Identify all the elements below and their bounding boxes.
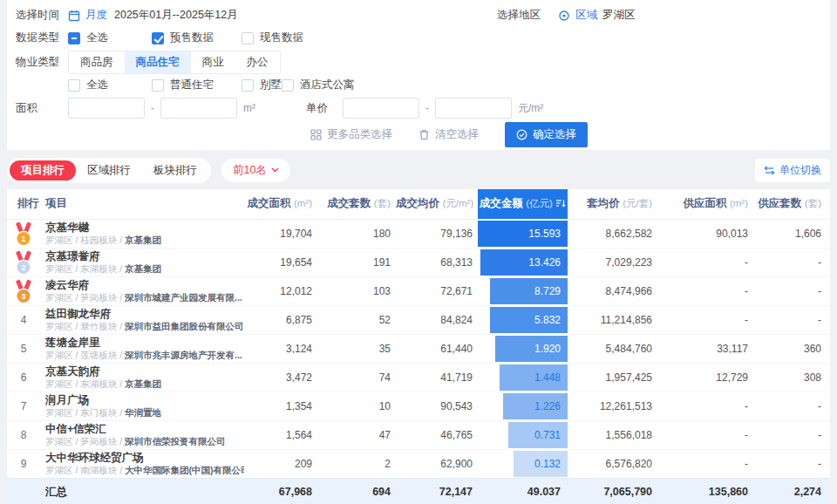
unit-avg-price-cell: 7,029,223 <box>568 248 657 276</box>
checkbox-icon[interactable] <box>68 32 80 44</box>
col-header-deal-avg-price[interactable]: 成交均价 (元/m²) <box>396 189 478 219</box>
property-type-tab[interactable]: 商品房 <box>69 51 125 73</box>
project-name[interactable]: 京基天韵府 <box>45 365 244 378</box>
supply-units-cell: 360 <box>753 334 830 363</box>
project-name[interactable]: 凌云华府 <box>45 279 244 292</box>
deal-units-cell: 10 <box>317 392 396 420</box>
grid-icon <box>310 129 322 140</box>
area-min-input[interactable] <box>68 98 145 119</box>
confirm-selection-button[interactable]: 确定选择 <box>505 122 588 147</box>
project-name[interactable]: 中信+信荣汇 <box>45 423 244 436</box>
region-value[interactable]: 罗湖区 <box>602 8 636 23</box>
summary-unit-avg-price: 7,065,790 <box>568 478 657 504</box>
rank-badge: 2 <box>14 251 33 274</box>
deal-area-cell: 19,654 <box>244 248 317 276</box>
chevron-down-icon <box>271 167 279 173</box>
sub-type-checkbox[interactable]: 别墅 <box>242 78 282 92</box>
property-type-tab[interactable]: 办公 <box>235 51 280 73</box>
more-categories-button[interactable]: 更多品类选择 <box>310 127 392 142</box>
price-min-input[interactable] <box>343 98 419 119</box>
table-row[interactable]: 6 京基天韵府 罗湖区 / 东湖板块 / 京基集团 3,472 74 41,71… <box>7 363 830 392</box>
sub-type-checkbox[interactable]: 全选 <box>68 78 152 92</box>
data-type-checkbox[interactable]: 预售数据 <box>152 31 242 45</box>
project-name[interactable]: 润月广场 <box>45 394 244 407</box>
deal-amount-cell: 13.426 <box>478 248 568 276</box>
ranking-tab[interactable]: 项目排行 <box>10 160 76 180</box>
data-type-checkbox[interactable]: 全选 <box>68 31 152 45</box>
amount-bar: 1.448 <box>500 364 568 391</box>
project-cell: 益田御龙华府 罗湖区 / 翠竹板块 / 深圳市益田集团股份有限公司 <box>45 305 244 334</box>
checkbox-icon[interactable] <box>68 79 80 92</box>
table-row[interactable]: 4 益田御龙华府 罗湖区 / 翠竹板块 / 深圳市益田集团股份有限公司 6,87… <box>7 305 830 334</box>
checkbox-icon[interactable] <box>152 79 164 92</box>
amount-value: 1.920 <box>534 343 561 355</box>
time-mode-selector[interactable]: 月度 <box>68 8 107 23</box>
sub-type-checkbox[interactable]: 普通住宅 <box>152 78 242 92</box>
checkbox-icon[interactable] <box>242 32 254 44</box>
time-mode[interactable]: 月度 <box>85 8 107 23</box>
unit-switch-button[interactable]: 单位切换 <box>755 159 830 182</box>
developer-name: 华润置地 <box>125 407 161 418</box>
deal-units-cell: 180 <box>317 219 396 248</box>
col-header-rank: 排行 <box>7 189 45 219</box>
deal-avg-price-cell: 41,719 <box>396 363 478 392</box>
table-row[interactable]: 5 莲塘金岸里 罗湖区 / 莲塘板块 / 深圳市兆丰源房地产开发有... 3,1… <box>7 334 830 363</box>
time-range[interactable]: 2025年01月--2025年12月 <box>114 8 238 23</box>
table-row[interactable]: 8 中信+信荣汇 罗湖区 / 笋岗板块 / 深圳市信荣投资有限公司 1,564 … <box>7 420 830 449</box>
col-header-deal-amount[interactable]: 成交金额 (亿元) <box>478 189 568 219</box>
table-row[interactable]: 9 大中华环球经贸广场 罗湖区 / 南湖板块 / 大中华国际集团(中国)有限公司… <box>7 449 830 478</box>
deal-area-cell: 1,354 <box>244 392 317 420</box>
col-header-supply-area[interactable]: 供应面积 (m²) <box>657 189 753 219</box>
region-type[interactable]: 区域 <box>575 8 597 23</box>
project-name[interactable]: 京基璟誉府 <box>45 250 244 263</box>
amount-bar: 1.920 <box>495 336 568 362</box>
col-header-unit-avg-price[interactable]: 套均价 (元/套) <box>568 189 657 219</box>
sub-type-checkbox[interactable]: 酒店式公寓 <box>282 78 355 92</box>
summary-label: 汇总 <box>45 478 244 504</box>
project-subtitle: 罗湖区 / 笋岗板块 / 深圳市城建产业园发展有限... <box>45 292 244 303</box>
checkbox-icon[interactable] <box>242 79 254 92</box>
table-row[interactable]: 1 京基华樾 罗湖区 / 桂园板块 / 京基集团 19,704 180 79,1… <box>7 219 830 248</box>
checkbox-icon[interactable] <box>282 79 294 92</box>
developer-name: 深圳市兆丰源房地产开发有... <box>125 350 242 360</box>
project-cell: 凌云华府 罗湖区 / 笋岗板块 / 深圳市城建产业园发展有限... <box>45 276 244 305</box>
deal-area-cell: 12,012 <box>244 276 317 305</box>
rank-cell: 6 <box>7 363 45 392</box>
top-n-dropdown[interactable]: 前10名 <box>221 159 290 182</box>
price-max-input[interactable] <box>435 98 512 119</box>
amount-value: 13.426 <box>528 256 561 269</box>
deal-avg-price-cell: 84,824 <box>396 305 478 334</box>
amount-bar: 8.729 <box>490 278 568 304</box>
unit-avg-price-cell: 12,261,513 <box>568 392 657 420</box>
project-name[interactable]: 京基华樾 <box>45 221 244 235</box>
col-header-deal-area[interactable]: 成交面积 (m²) <box>244 189 317 219</box>
clear-selection-button[interactable]: 清空选择 <box>418 127 479 142</box>
rank-badge: 6 <box>14 366 33 389</box>
col-header-deal-units[interactable]: 成交套数 (套) <box>317 189 396 219</box>
area-max-input[interactable] <box>160 98 237 119</box>
rank-badge: 9 <box>14 453 33 475</box>
project-name[interactable]: 大中华环球经贸广场 <box>45 452 244 465</box>
project-name[interactable]: 益田御龙华府 <box>45 308 244 321</box>
range-separator: - <box>151 102 154 114</box>
check-circle-icon <box>516 129 527 140</box>
region-selector[interactable]: 选择地区 区域 罗湖区 <box>497 8 636 23</box>
ranking-tab[interactable]: 板块排行 <box>142 160 208 180</box>
deal-units-cell: 52 <box>317 305 396 334</box>
table-row[interactable]: 3 凌云华府 罗湖区 / 笋岗板块 / 深圳市城建产业园发展有限... 12,0… <box>7 276 830 305</box>
project-subtitle: 罗湖区 / 东门板块 / 华润置地 <box>45 407 244 418</box>
supply-units-cell: - <box>753 420 830 449</box>
property-type-tab[interactable]: 商业 <box>191 51 235 73</box>
checkbox-icon[interactable] <box>152 32 164 44</box>
project-name[interactable]: 莲塘金岸里 <box>45 337 244 350</box>
project-subtitle: 罗湖区 / 东湖板块 / 京基集团 <box>45 263 244 274</box>
ranking-tab[interactable]: 区域排行 <box>76 160 142 180</box>
deal-avg-price-cell: 46,765 <box>396 420 478 449</box>
property-type-tab[interactable]: 商品住宅 <box>125 51 191 73</box>
table-row[interactable]: 2 京基璟誉府 罗湖区 / 东湖板块 / 京基集团 19,654 191 68,… <box>7 248 830 276</box>
data-type-checkbox[interactable]: 现售数据 <box>242 31 303 45</box>
table-row[interactable]: 7 润月广场 罗湖区 / 东门板块 / 华润置地 1,354 10 90,543… <box>7 392 830 420</box>
col-header-supply-units[interactable]: 供应套数 (套) <box>753 189 830 219</box>
price-unit: 元/m² <box>518 101 543 116</box>
deal-units-cell: 191 <box>317 248 396 276</box>
